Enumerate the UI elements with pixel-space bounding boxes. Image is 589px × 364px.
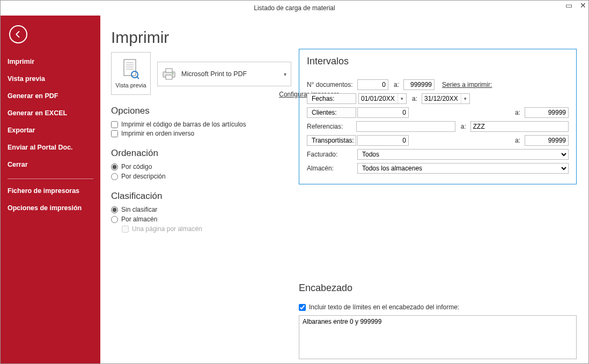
chk-page-per-store-label: Una página por almacén <box>132 225 202 233</box>
printer-icon <box>162 68 176 80</box>
options-heading: Opciones <box>111 106 293 116</box>
label-invoiced: Facturado: <box>307 151 357 158</box>
chk-include-limits-label: Incluir texto de límites en el encabezad… <box>309 303 459 311</box>
encabezado-panel: Encabezado Incluir texto de límites en e… <box>299 283 577 361</box>
label-refs: Referencias: <box>307 123 356 130</box>
nav-opciones-impresion[interactable]: Opciones de impresión <box>1 199 100 217</box>
input-ref-from[interactable] <box>356 121 455 132</box>
nav-vista-previa[interactable]: Vista previa <box>1 70 100 87</box>
svg-rect-8 <box>166 69 172 72</box>
rad-class-store[interactable]: Por almacén <box>111 216 293 223</box>
nav-cerrar[interactable]: Cerrar <box>1 156 100 173</box>
printer-selector[interactable]: Microsoft Print to PDF ▾ <box>157 62 291 86</box>
chk-include-limits[interactable]: Incluir texto de límites en el encabezad… <box>299 303 577 311</box>
btn-clients[interactable]: Clientes: <box>307 107 356 118</box>
order-heading: Ordenación <box>111 148 293 159</box>
label-a-4: a: <box>461 123 466 130</box>
rad-order-code-label: Por código <box>121 163 152 170</box>
body: Imprimir Vista previa Generar en PDF Gen… <box>1 16 588 363</box>
main-panel: Imprimir Vista previa <box>100 16 588 363</box>
series-link[interactable]: Series a imprimir: <box>442 81 492 88</box>
chevron-down-icon[interactable]: ▾ <box>397 94 406 103</box>
input-date-from[interactable] <box>359 94 397 103</box>
rad-class-none-input[interactable] <box>111 206 118 213</box>
chk-include-limits-input[interactable] <box>299 304 306 311</box>
intervals-panel: Intervalos N° documentos: a: Series a im… <box>299 49 577 184</box>
chk-barcode-input[interactable] <box>111 121 118 128</box>
app-window: Listado de carga de material ▭ ✕ Imprimi… <box>0 0 589 364</box>
page-title: Imprimir <box>111 28 577 47</box>
document-preview-icon <box>122 58 140 80</box>
label-docs: N° documentos: <box>307 81 357 88</box>
back-button[interactable] <box>9 25 27 43</box>
close-icon[interactable]: ✕ <box>580 2 586 9</box>
input-ref-to[interactable] <box>470 121 569 132</box>
label-a-1: a: <box>394 81 399 88</box>
encabezado-heading: Encabezado <box>299 283 577 294</box>
input-carrier-to[interactable] <box>525 135 569 146</box>
chk-reverse[interactable]: Imprimir en orden inverso <box>111 130 293 137</box>
rad-class-none-label: Sin clasificar <box>121 206 157 213</box>
svg-rect-0 <box>124 60 136 76</box>
input-doc-from[interactable] <box>357 79 388 90</box>
maximize-icon[interactable]: ▭ <box>565 2 572 9</box>
rad-order-desc[interactable]: Por descripción <box>111 173 293 180</box>
nav-enviar-portal[interactable]: Enviar al Portal Doc. <box>1 139 100 156</box>
rad-order-desc-label: Por descripción <box>121 173 166 180</box>
intervals-heading: Intervalos <box>307 56 569 67</box>
label-a-3: a: <box>515 109 520 116</box>
chk-barcode[interactable]: Imprimir el código de barras de los artí… <box>111 121 293 128</box>
select-invoiced[interactable]: Todos <box>357 149 569 160</box>
btn-carriers[interactable]: Transportistas: <box>307 135 356 146</box>
chevron-down-icon[interactable]: ▾ <box>461 94 469 103</box>
nav-exportar[interactable]: Exportar <box>1 122 100 139</box>
encabezado-text[interactable] <box>299 315 577 359</box>
row-carriers: Transportistas: a: <box>307 135 569 146</box>
sidebar-separator <box>8 179 93 179</box>
chk-page-per-store-input <box>122 226 129 233</box>
label-a-2: a: <box>412 95 417 102</box>
date-to-wrap[interactable]: ▾ <box>422 93 470 104</box>
chevron-down-icon: ▾ <box>284 71 286 77</box>
input-client-to[interactable] <box>525 107 569 118</box>
row-refs: Referencias: a: <box>307 121 569 132</box>
svg-rect-9 <box>166 75 172 79</box>
nav-fichero-impresoras[interactable]: Fichero de impresoras <box>1 182 100 199</box>
titlebar: Listado de carga de material ▭ ✕ <box>1 1 588 16</box>
left-options-column: Opciones Imprimir el código de barras de… <box>111 106 293 233</box>
chk-page-per-store: Una página por almacén <box>122 225 293 233</box>
rad-order-code-input[interactable] <box>111 164 118 170</box>
row-invoiced: Facturado: Todos <box>307 148 569 160</box>
input-date-to[interactable] <box>422 94 461 103</box>
date-from-wrap[interactable]: ▾ <box>358 93 407 104</box>
input-carrier-from[interactable] <box>357 135 409 146</box>
rad-order-desc-input[interactable] <box>111 173 118 180</box>
nav-generar-excel[interactable]: Generar en EXCEL <box>1 105 100 122</box>
printer-name: Microsoft Print to PDF <box>181 70 284 78</box>
svg-line-6 <box>137 77 139 79</box>
input-doc-to[interactable] <box>403 79 435 90</box>
btn-dates[interactable]: Fechas: <box>307 93 356 104</box>
label-warehouse: Almacén: <box>307 165 357 172</box>
select-warehouse[interactable]: Todos los almacenes <box>357 163 569 174</box>
chk-reverse-input[interactable] <box>111 130 118 137</box>
class-heading: Clasificación <box>111 191 293 202</box>
rad-class-store-input[interactable] <box>111 216 118 223</box>
svg-point-10 <box>172 73 173 74</box>
row-warehouse: Almacén: Todos los almacenes <box>307 162 569 174</box>
window-controls: ▭ ✕ <box>565 2 586 9</box>
arrow-left-icon <box>13 29 23 39</box>
nav-imprimir[interactable]: Imprimir <box>1 53 100 70</box>
window-title: Listado de carga de material <box>254 4 335 12</box>
rad-class-none[interactable]: Sin clasificar <box>111 206 293 213</box>
label-a-5: a: <box>515 137 520 144</box>
row-dates: Fechas: ▾ a: ▾ <box>307 93 569 105</box>
preview-label: Vista previa <box>115 82 146 88</box>
preview-button[interactable]: Vista previa <box>111 52 151 95</box>
nav-generar-pdf[interactable]: Generar en PDF <box>1 87 100 105</box>
row-docs: N° documentos: a: Series a imprimir: <box>307 79 569 91</box>
chk-reverse-label: Imprimir en orden inverso <box>121 130 194 137</box>
sidebar: Imprimir Vista previa Generar en PDF Gen… <box>1 16 100 363</box>
input-client-from[interactable] <box>357 107 409 118</box>
rad-order-code[interactable]: Por código <box>111 163 293 170</box>
